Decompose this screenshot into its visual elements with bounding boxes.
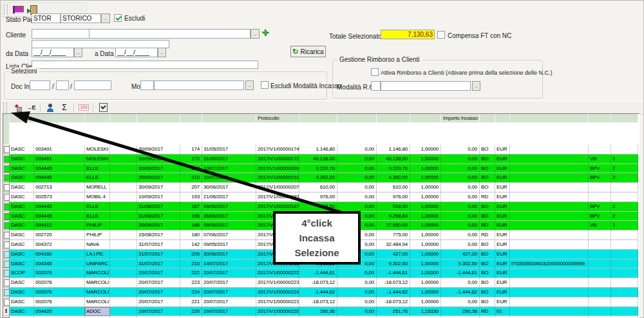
grid-cell-doc_cliente[interactable]: 205 — [180, 250, 202, 259]
grid-cell-codice[interactable]: 002076 — [34, 288, 85, 297]
grid-cell-importo_incasso[interactable]: 0,00 — [441, 230, 480, 240]
grid-cell-pagato[interactable]: 0,00 — [337, 164, 377, 174]
grid-cell-dt_scadenza[interactable]: 31/07/2017 — [137, 259, 180, 269]
row-selector[interactable] — [3, 259, 10, 269]
grid-cell-ragione[interactable]: MARCOLI — [85, 288, 110, 297]
grid-cell-mol[interactable]: RD — [480, 230, 495, 240]
grid-cell-dt_docum[interactable]: 10/07/2017 — [202, 164, 256, 174]
grid-cell-ragione[interactable]: UNIFARC — [85, 259, 110, 269]
grid-cell-n_fin[interactable] — [611, 230, 638, 240]
grid-cell-mol[interactable]: BO — [480, 212, 495, 221]
row-selector[interactable] — [3, 250, 10, 259]
grid-cell-protocollo[interactable]: 2017/V1/00000187 — [256, 202, 299, 212]
grid-cell-importo_base[interactable]: -18.073,12 — [377, 278, 410, 288]
grid-cell-dt_docum[interactable]: 31/05/2017 — [202, 145, 256, 154]
stato-pag-desc-field[interactable] — [61, 14, 101, 23]
grid-cell-codice[interactable]: 002720 — [34, 230, 85, 240]
cliente-browse-button[interactable]: .. — [251, 29, 260, 39]
grid-cell-stato[interactable]: DASC — [10, 297, 34, 307]
grid-cell-protocollo[interactable]: 2017/V1/00000210 — [256, 173, 299, 183]
grid-cell-dt_docum[interactable]: 26/06/2017 — [202, 212, 256, 221]
grid-cell-importo_incasso[interactable]: 0,00 — [441, 154, 480, 164]
grid-cell-doc_cliente[interactable]: 186 — [180, 221, 202, 230]
grid-cell-div[interactable]: EUR — [495, 240, 510, 250]
grid-cell-ragione[interactable]: ELLE — [85, 202, 110, 212]
grid-cell-ragione[interactable]: MARCOLI — [85, 297, 110, 307]
grid-cell-b_ant[interactable] — [589, 307, 611, 317]
grid-cell-cambio[interactable]: 1,00000 — [410, 240, 441, 250]
grid-cell-doc_cliente[interactable]: 180 — [180, 230, 202, 240]
grid-cell-mol[interactable]: RD — [480, 307, 495, 317]
stato-pag-code-field[interactable] — [32, 14, 61, 23]
modalita-rc-desc-field[interactable] — [381, 81, 471, 91]
row-selector[interactable] — [3, 202, 10, 212]
grid-cell-iban[interactable] — [510, 212, 589, 221]
grid-cell-protocollo[interactable]: 2017/V1/00000172 — [256, 154, 299, 164]
grid-cell-doc_cliente[interactable]: 193 — [180, 192, 202, 202]
grid-cell-div[interactable]: EUR — [495, 164, 510, 174]
grid-cell-importo_divisa[interactable]: 4.392,00 — [299, 173, 337, 183]
grid-cell-importo_incasso[interactable]: 290,36 — [441, 307, 480, 317]
grid-cell-doc_cliente[interactable]: 187 — [180, 202, 202, 212]
grid-cell-n_fin[interactable] — [611, 297, 638, 307]
grid-cell-b_ant[interactable] — [589, 297, 611, 307]
table-row[interactable]: DASC004445ELLE30/09/201720910/07/2017201… — [3, 164, 638, 174]
grid-cell-div[interactable]: EUR — [495, 250, 510, 259]
grid-cell-iban[interactable] — [510, 307, 589, 317]
grid-cell-dt_docum[interactable]: 20/07/2017 — [202, 297, 256, 307]
grid-cell-cambio[interactable]: 1,00000 — [410, 268, 441, 278]
grid-cell-b_ant[interactable] — [589, 259, 611, 269]
grid-cell-ragione[interactable]: PHILIP — [85, 230, 110, 240]
grid-cell-iban[interactable] — [510, 164, 589, 174]
grid-cell-cambio[interactable]: 1,00000 — [410, 259, 441, 269]
grid-cell-n_fin[interactable]: 2 — [611, 212, 638, 221]
ricarica-button[interactable]: ↻ Ricarica — [290, 46, 326, 57]
mol-desc-field[interactable] — [154, 80, 244, 90]
grid-cell-pagato[interactable]: 0,00 — [337, 297, 377, 307]
grid-cell-cambio[interactable]: 1,00000 — [410, 221, 441, 230]
grid-cell-mol[interactable]: BO — [480, 202, 495, 212]
grid-cell-div[interactable]: EUR — [495, 288, 510, 297]
grid-cell-dt_docum[interactable]: 20/07/2017 — [202, 268, 256, 278]
table-row[interactable]: DASC004445ELLE31/08/201718709/06/2017201… — [3, 202, 638, 212]
grid-cell-mol[interactable]: BO — [480, 259, 495, 269]
grid-cell-n_fin[interactable] — [611, 278, 638, 288]
grid-cell-b_ant[interactable] — [589, 192, 611, 202]
grid-cell-pc[interactable] — [110, 268, 137, 278]
attiva-rimborso-checkbox[interactable] — [371, 68, 379, 76]
grid-cell-iban[interactable] — [510, 173, 589, 183]
grid-cell-n_fin[interactable] — [611, 268, 638, 278]
grid-cell-n_fin[interactable] — [611, 240, 638, 250]
grid-cell-pagato[interactable]: 0,00 — [337, 307, 377, 317]
grid-cell-dt_docum[interactable]: 30/06/2017 — [202, 250, 256, 259]
grid-cell-pc[interactable] — [110, 230, 137, 240]
grid-cell-doc_cliente[interactable]: 207 — [180, 183, 202, 192]
lista-clienti-field[interactable] — [32, 61, 258, 69]
grid-cell-stato[interactable]: DASC — [10, 288, 34, 297]
grid-cell-codice[interactable]: 004412 — [34, 221, 85, 230]
grid-cell-ragione[interactable]: MOLESKI — [85, 154, 110, 164]
row-selector[interactable] — [3, 221, 10, 230]
grid-cell-protocollo[interactable]: 2017/V1/00000193 — [256, 192, 299, 202]
grid-cell-stato[interactable]: DASC — [10, 183, 34, 192]
verifica-button[interactable] — [96, 102, 110, 114]
grid-cell-importo_base[interactable]: 9.302,50 — [377, 259, 410, 269]
grid-cell-cambio[interactable]: 1,15330 — [410, 307, 441, 317]
grid-cell-codice[interactable]: 004160 — [34, 250, 85, 259]
table-row[interactable]: DASC002713MORELL30/09/201720730/06/20172… — [3, 183, 638, 192]
grid-cell-importo_base[interactable]: 518,50 — [377, 202, 410, 212]
grid-cell-importo_base[interactable]: 610,00 — [377, 183, 410, 192]
grid-cell-pc[interactable] — [110, 297, 137, 307]
somma-button[interactable]: Σ — [57, 102, 71, 114]
grid-cell-dt_scadenza[interactable]: 30/09/2017 — [137, 173, 180, 183]
grid-cell-pagato[interactable]: 0,00 — [337, 268, 377, 278]
help-book-button[interactable] — [10, 3, 26, 16]
grid-cell-mol[interactable]: RD — [480, 192, 495, 202]
grid-cell-b_ant[interactable] — [589, 288, 611, 297]
grid-cell-importo_base[interactable]: 976,00 — [377, 192, 410, 202]
grid-cell-iban[interactable]: IT53S0503461620000000009599 — [510, 259, 589, 269]
esporta-button[interactable]: →E — [24, 102, 38, 114]
grid-cell-pc[interactable] — [110, 192, 137, 202]
grid-cell-div[interactable]: EUR — [495, 154, 510, 164]
grid-cell-cambio[interactable]: 1,00000 — [410, 183, 441, 192]
